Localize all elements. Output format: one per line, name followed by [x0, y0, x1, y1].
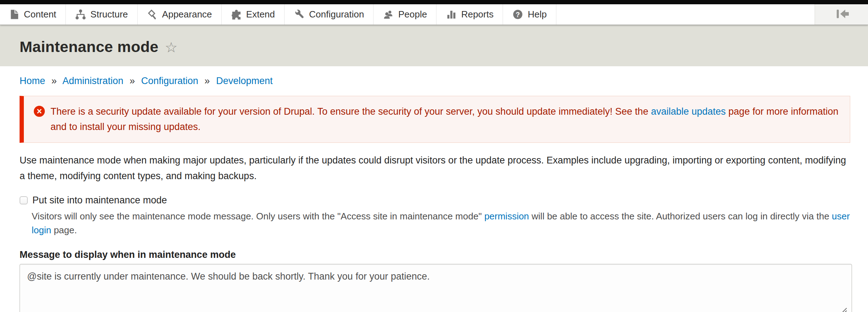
toolbar-item-help[interactable]: ? Help [503, 4, 556, 25]
toolbar-item-label: Configuration [309, 9, 364, 20]
description-text: page. [51, 225, 77, 235]
bar-chart-icon [446, 9, 457, 20]
toolbar-collapse-icon [832, 7, 852, 21]
toolbar-spacer [556, 4, 815, 25]
message-textarea-wrap: @site is currently under maintenance. We… [20, 264, 850, 312]
toolbar-item-label: Structure [90, 9, 128, 20]
toolbar-item-structure[interactable]: Structure [66, 4, 138, 25]
svg-text:?: ? [516, 11, 520, 19]
toolbar-item-configuration[interactable]: Configuration [285, 4, 374, 25]
toolbar-collapse-button[interactable] [815, 4, 868, 25]
toolbar-item-label: Help [528, 9, 546, 20]
toolbar-item-content[interactable]: Content [0, 4, 66, 25]
breadcrumb-link-development[interactable]: Development [216, 76, 272, 86]
maintenance-mode-description: Visitors will only see the maintenance m… [32, 209, 850, 237]
intro-paragraph: Use maintenance mode when making major u… [20, 153, 848, 184]
error-message-text: There is a security update available for… [51, 104, 840, 135]
file-icon [9, 9, 20, 20]
breadcrumb-separator: » [205, 76, 210, 86]
toolbar-item-label: Reports [461, 9, 493, 20]
star-outline-icon[interactable] [165, 40, 178, 54]
description-text: Visitors will only see the maintenance m… [32, 211, 484, 222]
toolbar-item-label: Appearance [162, 9, 212, 20]
maintenance-mode-checkbox[interactable] [20, 196, 28, 204]
message-field-label: Message to display when in maintenance m… [20, 249, 850, 260]
top-black-bar [0, 0, 868, 4]
maintenance-mode-checkbox-label[interactable]: Put site into maintenance mode [32, 195, 167, 206]
breadcrumb: Home » Administration » Configuration » … [20, 76, 850, 87]
error-message: There is a security update available for… [20, 96, 850, 143]
maintenance-mode-checkbox-row: Put site into maintenance mode [20, 195, 850, 206]
toolbar-item-extend[interactable]: Extend [222, 4, 285, 25]
available-updates-link[interactable]: available updates [651, 106, 726, 117]
description-text: will be able to access the site. Authori… [529, 211, 832, 222]
maintenance-message-textarea[interactable]: @site is currently under maintenance. We… [20, 264, 852, 312]
main-content: Home » Administration » Configuration » … [0, 76, 868, 312]
help-icon: ? [512, 9, 523, 20]
permission-link[interactable]: permission [484, 211, 529, 222]
error-text-before-link: There is a security update available for… [51, 106, 651, 117]
toolbar-item-label: Extend [246, 9, 275, 20]
admin-toolbar: Content Structure Appearance Extend Conf… [0, 4, 868, 25]
breadcrumb-link-configuration[interactable]: Configuration [141, 76, 199, 86]
paintbrush-icon [147, 9, 158, 20]
toolbar-item-appearance[interactable]: Appearance [138, 4, 222, 25]
breadcrumb-link-administration[interactable]: Administration [63, 76, 123, 86]
error-x-icon [34, 106, 45, 117]
wrench-icon [294, 9, 305, 20]
page-title: Maintenance mode [20, 38, 158, 56]
toolbar-item-label: People [398, 9, 427, 20]
toolbar-item-label: Content [24, 9, 56, 20]
breadcrumb-link-home[interactable]: Home [20, 76, 45, 86]
toolbar-item-reports[interactable]: Reports [436, 4, 503, 25]
breadcrumb-separator: » [129, 76, 135, 86]
page-header: Maintenance mode [0, 25, 868, 66]
toolbar-item-people[interactable]: People [374, 4, 436, 25]
puzzle-icon [231, 9, 242, 20]
breadcrumb-separator: » [52, 76, 57, 86]
people-icon [383, 9, 394, 20]
sitemap-icon [75, 9, 86, 20]
